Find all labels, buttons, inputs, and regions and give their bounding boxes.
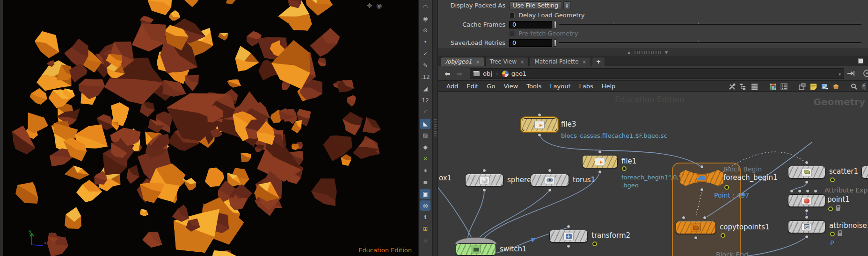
node-file1[interactable]	[582, 155, 618, 168]
network-path-bar: ⬅ ➡ obj › geo1 ▾	[438, 66, 868, 80]
visibility-box-icon[interactable]: ⊙	[420, 25, 430, 36]
close-icon[interactable]: ×	[520, 59, 524, 64]
save-load-retries-slider-track[interactable]	[559, 42, 861, 43]
wind-fan-icon[interactable]: ∗	[420, 165, 430, 176]
menu-labs[interactable]: Labs	[579, 83, 593, 90]
globe-icon[interactable]	[861, 83, 866, 91]
color-palette-grid-icon[interactable]	[769, 83, 777, 91]
node-torus1[interactable]	[531, 174, 569, 186]
node-file3[interactable]	[522, 118, 557, 131]
back-arrow-icon[interactable]: ⬅	[445, 70, 451, 78]
menu-tools[interactable]: Tools	[526, 83, 541, 90]
svg-text:x: x	[44, 241, 47, 245]
takes-box-icon[interactable]	[832, 83, 840, 91]
cache-frames-slider-handle[interactable]	[554, 21, 556, 28]
snapshot-icon[interactable]: ▣	[420, 189, 430, 199]
display-diamond-icon[interactable]: ◆	[420, 142, 430, 152]
close-icon[interactable]: ×	[583, 59, 586, 64]
cache-frames-slider-track[interactable]	[559, 24, 861, 25]
menu-add[interactable]: Add	[446, 83, 458, 90]
sticky-note-icon[interactable]	[810, 83, 817, 91]
splitter-up-arrow[interactable]: ▲	[627, 50, 630, 55]
camera-eye-icon[interactable]: ◉	[420, 235, 430, 246]
node-copytopoints1[interactable]	[676, 221, 716, 234]
layout-grid-icon[interactable]: ⊞	[420, 224, 430, 234]
menu-view[interactable]: View	[503, 83, 518, 90]
menu-edit[interactable]: Edit	[467, 83, 478, 90]
target-icon[interactable]	[863, 70, 868, 77]
brush-icon[interactable]: ✎	[420, 60, 430, 71]
prefetch-label: Pre-fetch Geometry	[518, 30, 578, 37]
forward-arrow-icon[interactable]: ➡	[457, 70, 463, 78]
node-type-block-end: Block End	[716, 251, 748, 256]
pin-icon[interactable]	[847, 71, 855, 76]
save-load-retries-slider-handle[interactable]	[554, 39, 556, 47]
time-dependent-icon	[721, 233, 725, 238]
tab-tree-view[interactable]: Tree View×	[485, 57, 529, 66]
node-label-transform2: transform2	[591, 231, 630, 240]
sphere-icon	[481, 177, 488, 183]
menu-go[interactable]: Go	[487, 83, 495, 90]
delay-load-checkbox[interactable]	[509, 13, 515, 18]
menu-layout[interactable]: Layout	[550, 83, 570, 90]
checklist-icon[interactable]	[780, 83, 788, 91]
breadcrumb-separator: ›	[496, 71, 498, 77]
node-clipped-right[interactable]	[861, 166, 868, 178]
show-points-icon[interactable]: •	[420, 37, 430, 47]
display-packed-as-spinner[interactable]: ▲▼	[563, 1, 570, 9]
tools-wrench-icon[interactable]	[728, 83, 736, 91]
node-sphere2[interactable]	[465, 174, 503, 186]
transparency-checker-icon[interactable]: ▨	[420, 130, 430, 141]
point-numbers-icon[interactable]: .12	[420, 72, 430, 82]
menu-circle-icon[interactable]: ≡	[420, 177, 430, 187]
cache-frames-label: Cache Frames	[438, 21, 505, 28]
pane-splitter-vertical[interactable]	[433, 0, 438, 256]
display-normals-icon[interactable]: ◣	[420, 119, 430, 129]
splitter-down-arrow[interactable]: ▼	[665, 50, 668, 55]
select-hand-icon[interactable]: ◠	[420, 2, 430, 12]
menu-help[interactable]: Help	[602, 83, 616, 90]
image-add-icon[interactable]	[821, 83, 829, 91]
shaded-prim-icon[interactable]: ◢	[420, 84, 430, 94]
windows-layout-icon[interactable]	[798, 83, 806, 91]
tree-hierarchy-icon[interactable]	[739, 83, 747, 91]
tab-obj-geo1[interactable]: /obj/geo1×	[441, 57, 484, 66]
node-transform2[interactable]: ✛	[549, 230, 588, 242]
node-switch1[interactable]	[456, 243, 496, 256]
network-editor[interactable]: Education Edition Geometry	[438, 92, 868, 256]
tab-material-palette[interactable]: Material Palette×	[530, 57, 591, 66]
view-eye-icon[interactable]: ◉	[420, 14, 430, 24]
obj-context-icon	[473, 71, 481, 77]
chevron-down-icon[interactable]: ▾	[839, 72, 841, 77]
save-load-retries-field[interactable]: 0	[509, 39, 552, 47]
display-packed-as-select[interactable]: Use File Setting	[509, 1, 562, 9]
info-icon[interactable]: ℹ	[420, 212, 430, 222]
node-attribnoise1[interactable]	[788, 220, 825, 233]
node-label-box1: ox1	[439, 174, 452, 182]
list-view-icon[interactable]	[751, 83, 759, 91]
profile-curve-icon[interactable]: ◜	[420, 107, 430, 117]
view-pin-icon[interactable]: ◎	[420, 200, 430, 211]
node-point1[interactable]	[788, 194, 825, 207]
group-marker-icon[interactable]: ✕	[420, 154, 430, 164]
save-load-retries-label: Save/Load Retries	[438, 39, 505, 46]
node-type-foreach-begin1: Block Begin	[723, 165, 762, 173]
node-sublabel-file1-line2: .bgeo	[621, 182, 639, 189]
node-label-copytopoints1: copytopoints1	[720, 223, 770, 231]
prim-numbers-icon[interactable]: 12	[420, 95, 430, 106]
close-icon[interactable]: ×	[475, 59, 479, 64]
select-check-icon[interactable]: ✓	[420, 49, 430, 59]
pane-splitter-horizontal[interactable]: ▲ ▼	[438, 49, 868, 56]
pane-maximize-icon[interactable]	[858, 58, 863, 64]
node-scatter1[interactable]	[788, 166, 825, 178]
node-badge-foreach-begin1: Point : 457	[714, 192, 749, 199]
breadcrumb-geo1[interactable]: geo1	[511, 70, 526, 77]
scene-viewport[interactable]: ✥ ◉ y x Education Edition	[0, 0, 418, 256]
cache-frames-field[interactable]: 0	[509, 21, 552, 28]
new-tab-button[interactable]: +	[592, 57, 605, 66]
search-icon[interactable]	[850, 83, 858, 91]
breadcrumb[interactable]: obj › geo1 ▾	[470, 68, 844, 79]
viewport-tool-icon[interactable]: ✥	[367, 2, 372, 9]
viewport-tool-icon[interactable]: ◉	[376, 2, 382, 9]
breadcrumb-obj[interactable]: obj	[483, 70, 492, 77]
